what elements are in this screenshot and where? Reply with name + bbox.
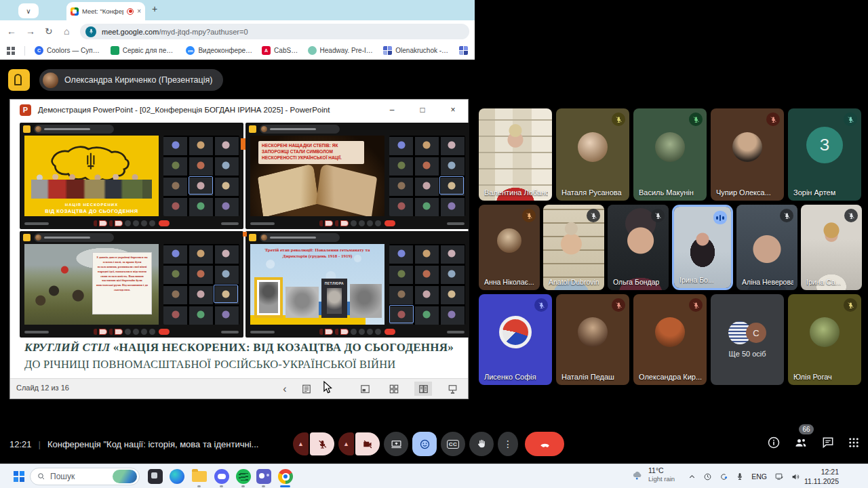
bookmark-service[interactable]: Сервіс для перевір... (111, 46, 177, 55)
bookmark-coolors[interactable]: C Coolors — Суперб... (35, 46, 101, 55)
tab-search-button[interactable]: ∨ (18, 3, 39, 18)
notes-button[interactable] (298, 382, 315, 396)
bookmark-cabstud[interactable]: A CabStud (262, 46, 298, 55)
camera-options-chevron[interactable]: ▲ (338, 432, 354, 455)
participant-tile[interactable]: Ірина Са... (801, 205, 862, 290)
teams-icon[interactable] (256, 469, 271, 484)
reload-button[interactable]: ↻ (45, 25, 53, 37)
taskbar-date: 11.11.2025 (804, 476, 839, 486)
participant-tile[interactable]: Наталя Русанова (556, 108, 629, 201)
bookmark-headway[interactable]: Headway. Pre-Inter... (308, 46, 374, 55)
chat-button[interactable] (821, 436, 835, 452)
participant-tile[interactable]: Ольга Бондар (608, 205, 669, 290)
people-button[interactable] (793, 436, 808, 452)
participant-tile[interactable]: Анна Ніколає... (479, 205, 540, 290)
bookmark-teams[interactable]: Olenakruchok - Tea... (383, 46, 450, 55)
camera-button[interactable]: ▲ (338, 432, 380, 455)
avatar (497, 228, 521, 253)
info-button[interactable] (767, 436, 781, 452)
end-call-button[interactable] (525, 432, 564, 456)
participant-tile[interactable]: Юлія Рогач (788, 294, 861, 385)
edge-icon[interactable] (170, 469, 184, 484)
close-button[interactable]: × (438, 100, 468, 120)
apps-grid-icon[interactable] (7, 47, 15, 55)
present-button[interactable] (384, 432, 408, 456)
participant-tile[interactable]: Чупир Олекса... (711, 108, 784, 201)
start-button[interactable] (14, 471, 24, 482)
normal-view-button[interactable] (356, 382, 374, 396)
mini-slide-battle: З давніх-давен українці боролися на земл… (24, 244, 159, 325)
language-indicator[interactable]: ENG (751, 472, 767, 481)
taskbar-search[interactable]: Пошук (30, 468, 140, 485)
tray-volume-icon[interactable] (791, 472, 800, 481)
mic-off-icon[interactable] (310, 432, 334, 455)
mini-participant-grid (163, 136, 239, 216)
chrome-icon[interactable] (278, 469, 293, 484)
participant-count-badge: 66 (799, 424, 814, 434)
presenter-name: Олександра Кириченко (Презентація) (64, 75, 212, 85)
reading-view-button[interactable] (414, 382, 432, 396)
mic-muted-icon (780, 209, 793, 222)
tray-mic-icon[interactable] (736, 472, 744, 481)
mic-button[interactable]: ▲ (293, 432, 334, 455)
task-view-button[interactable] (148, 469, 163, 484)
maximize-button[interactable]: □ (408, 100, 437, 120)
tray-clock-icon[interactable] (703, 472, 712, 481)
new-tab-button[interactable]: + (152, 3, 157, 14)
participant-tile[interactable]: Аліна Неверова (736, 205, 797, 290)
avatar (655, 132, 685, 162)
tray-chevron-icon[interactable] (688, 473, 696, 481)
home-button[interactable]: ⌂ (64, 25, 69, 37)
bookmark-zoom[interactable]: zm Видеоконференц... (186, 46, 252, 55)
file-explorer-icon[interactable] (192, 471, 207, 482)
bookmark-label: Coolors — Суперб... (47, 47, 101, 54)
slide-sorter-button[interactable] (385, 382, 403, 396)
participant-tile[interactable]: З Зорін Артем (788, 108, 861, 201)
previous-slide-button[interactable]: ‹ (276, 382, 294, 396)
slide-screenshot-3: З давніх-давен українці боролися на земл… (20, 231, 243, 338)
weather-widget[interactable]: 11°C Light rain (631, 466, 675, 483)
teams-favicon[interactable] (459, 46, 468, 55)
captions-button[interactable]: CC (441, 432, 465, 456)
mini-presenter-pill (260, 125, 340, 134)
more-participants-tile[interactable]: C Ще 50 осіб (711, 294, 784, 385)
forward-button[interactable]: → (26, 25, 35, 37)
reactions-button[interactable] (412, 432, 437, 456)
mic-muted-icon (651, 209, 665, 222)
activities-button[interactable] (848, 436, 860, 451)
participant-tile[interactable]: Олександра Кир... (633, 294, 707, 385)
tray-app-icon[interactable] (719, 472, 728, 481)
presentation-app-icon[interactable] (8, 69, 30, 91)
participant-tile[interactable]: Василь Макунін (633, 108, 707, 201)
mic-options-chevron[interactable]: ▲ (293, 432, 309, 455)
raise-hand-button[interactable] (469, 432, 494, 456)
participant-tile[interactable]: Наталія Педаш (556, 294, 629, 385)
photo-row: ПЕТЛЮРА (254, 273, 382, 318)
slideshow-button[interactable] (443, 382, 461, 396)
participant-tile[interactable]: Лисенко Софія (479, 294, 552, 385)
participant-tile[interactable]: Валентина Лобано... (479, 108, 552, 201)
chevron-down-icon: ∨ (26, 7, 31, 15)
mic-muted-icon (587, 209, 600, 222)
mini-app-icon (249, 234, 256, 241)
participant-tile-active-speaker[interactable]: Ірина Бо... (672, 205, 733, 290)
mini-slide-subtitle: ВІД КОЗАЦТВА ДО СЬОГОДЕННЯ (24, 208, 159, 214)
participant-tile[interactable]: Anatol Dubrovin (543, 205, 604, 290)
avatar (732, 132, 762, 162)
bw-photo (350, 284, 382, 318)
discord-icon[interactable] (214, 469, 229, 484)
back-button[interactable]: ← (7, 25, 16, 37)
meeting-clock: 12:21 (9, 439, 32, 449)
tab-close-button[interactable]: × (137, 7, 141, 15)
spotify-icon[interactable] (236, 469, 251, 484)
mic-muted-icon (612, 298, 625, 312)
url-bar[interactable]: meet.google.com/myd-jtqd-mpy?authuser=0 (80, 24, 469, 39)
tray-display-icon[interactable] (774, 472, 784, 481)
taskbar-clock[interactable]: 12:21 11.11.2025 (804, 467, 839, 486)
mic-permission-icon[interactable] (85, 26, 96, 37)
browser-tab[interactable]: Meet: "Конференція "Код × (66, 2, 145, 20)
more-options-button[interactable]: ⋮ (498, 432, 518, 456)
camera-off-icon[interactable] (355, 432, 380, 455)
participant-name: Зорін Артем (793, 188, 835, 197)
minimize-button[interactable]: – (377, 100, 407, 120)
